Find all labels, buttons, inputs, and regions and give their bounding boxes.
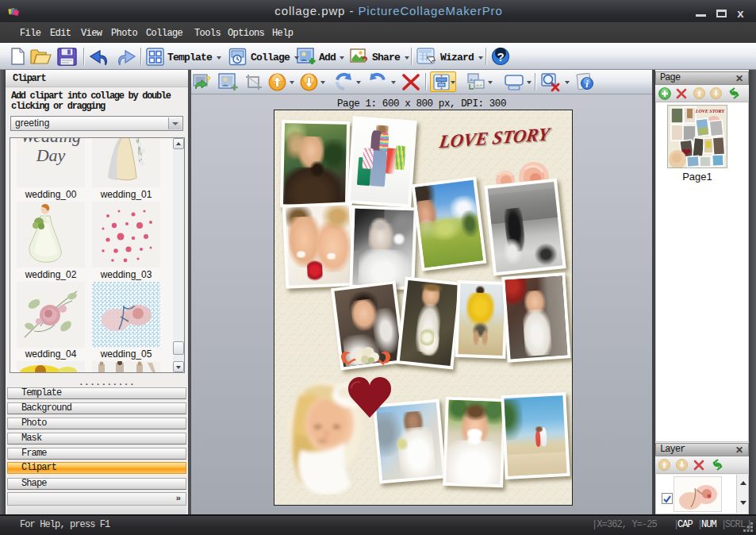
svg-text:LOVE STORY: LOVE STORY	[695, 109, 726, 114]
svg-text:?: ?	[205, 75, 211, 84]
svg-text:?: ?	[497, 50, 504, 64]
